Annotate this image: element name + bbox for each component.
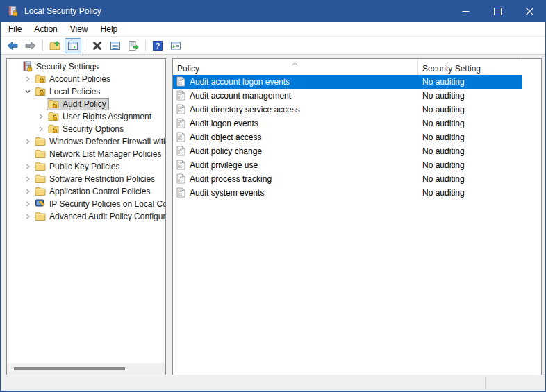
tree-item-security-settings[interactable]: Security Settings [7, 60, 165, 73]
policy-document-icon: 1001 [176, 160, 185, 170]
policy-name: Audit policy change [190, 146, 262, 156]
svg-text:01: 01 [178, 151, 182, 155]
policy-document-icon: 1001 [176, 76, 185, 87]
folder-icon [35, 211, 46, 222]
expander-expanded-icon[interactable] [22, 86, 33, 97]
tree-horizontal-scrollbar[interactable] [7, 363, 165, 375]
folder-lock-icon [35, 74, 46, 85]
policy-document-icon: 1001 [176, 104, 185, 114]
expander-collapsed-icon[interactable] [35, 123, 47, 135]
tree-item-local-policies[interactable]: Local Policies [7, 85, 165, 98]
expander-collapsed-icon[interactable] [22, 136, 33, 147]
policy-document-icon: 1001 [176, 118, 185, 128]
policy-row-audit-account-logon-events[interactable]: 1001Audit account logon eventsNo auditin… [173, 75, 522, 89]
tree-item-windows-defender-firewall-with-adva[interactable]: Windows Defender Firewall with Adva [7, 135, 165, 148]
menu-help[interactable]: Help [94, 23, 124, 35]
security-setting-value: No auditing [422, 91, 465, 101]
tree-item-user-rights-assignment[interactable]: User Rights Assignment [7, 110, 165, 123]
policy-row-audit-policy-change[interactable]: 1001Audit policy changeNo auditing [173, 144, 522, 158]
policy-name: Audit privilege use [190, 160, 258, 170]
sort-ascending-icon [291, 59, 299, 69]
expander-collapsed-icon[interactable] [22, 74, 33, 85]
help-icon[interactable]: ? [149, 38, 166, 53]
local-security-policy-window: Local Security Policy FileActionViewHelp [0, 0, 546, 392]
policy-document-icon: 1001 [176, 90, 185, 101]
svg-text:01: 01 [178, 82, 182, 85]
security-setting-value: No auditing [422, 174, 465, 184]
tree-item-ip-security-policies-on-local-compute[interactable]: IP Security Policies on Local Compute [7, 198, 165, 210]
policy-row-audit-process-tracking[interactable]: 1001Audit process trackingNo auditing [173, 172, 522, 186]
expander-spacer [9, 61, 20, 72]
tree-item-label: Security Options [63, 124, 124, 134]
tree-item-network-list-manager-policies[interactable]: Network List Manager Policies [7, 148, 165, 160]
policy-name: Audit system events [190, 188, 264, 198]
svg-text:01: 01 [178, 179, 182, 182]
maximize-button[interactable] [481, 0, 513, 22]
expander-collapsed-icon[interactable] [35, 111, 47, 122]
security-setting-value: No auditing [422, 188, 465, 198]
statusbar-divider [485, 378, 486, 389]
tree-item-advanced-audit-policy-configuration[interactable]: Advanced Audit Policy Configuration [7, 210, 165, 223]
expander-collapsed-icon[interactable] [22, 211, 33, 222]
folder-lock-icon [48, 99, 59, 110]
menu-view[interactable]: View [64, 23, 94, 35]
expander-collapsed-icon[interactable] [22, 173, 33, 185]
tree-item-label: Windows Defender Firewall with Adva [49, 137, 165, 146]
menu-file[interactable]: File [2, 23, 28, 35]
policy-row-audit-directory-service-access[interactable]: 1001Audit directory service accessNo aud… [173, 103, 522, 117]
security-setting-value: No auditing [422, 146, 465, 156]
forward-icon[interactable] [22, 38, 39, 53]
menu-action[interactable]: Action [28, 23, 63, 35]
statusbar [1, 376, 545, 391]
tree-item-audit-policy[interactable]: Audit Policy [7, 98, 165, 110]
tree-item-label: Account Policies [49, 74, 110, 84]
tree-item-label: Local Policies [49, 87, 100, 96]
policy-row-audit-logon-events[interactable]: 1001Audit logon eventsNo auditing [173, 117, 522, 130]
minimize-button[interactable] [449, 0, 481, 22]
window-controls [449, 0, 545, 22]
tree-item-label: Advanced Audit Policy Configuration [49, 212, 165, 221]
expander-collapsed-icon[interactable] [22, 198, 33, 210]
tree-item-security-options[interactable]: Security Options [7, 123, 165, 135]
policy-row-audit-privilege-use[interactable]: 1001Audit privilege useNo auditing [173, 158, 522, 172]
svg-text:?: ? [156, 42, 160, 49]
titlebar: Local Security Policy [1, 0, 545, 22]
close-button[interactable] [513, 0, 545, 22]
security-setting-value: No auditing [422, 105, 465, 114]
tree-item-label: User Rights Assignment [63, 112, 151, 121]
policy-name: Audit directory service access [190, 105, 300, 114]
column-header-policy[interactable]: Policy [173, 59, 418, 75]
policy-list-pane: Policy Security Setting 1001Audit accoun… [172, 58, 542, 375]
tree-item-label: Audit Policy [63, 99, 106, 109]
expander-collapsed-icon[interactable] [22, 186, 33, 197]
up-one-level-icon[interactable] [47, 38, 63, 53]
delete-icon[interactable] [89, 38, 106, 53]
menubar: FileActionViewHelp [1, 22, 545, 37]
scrollbar-thumb[interactable] [14, 367, 125, 370]
tree-item-label: Software Restriction Policies [49, 174, 155, 184]
properties-icon[interactable] [107, 38, 124, 53]
tree-item-label: Application Control Policies [49, 187, 150, 196]
tree-item-software-restriction-policies[interactable]: Software Restriction Policies [7, 173, 165, 185]
column-header-security-setting[interactable]: Security Setting [418, 59, 522, 75]
security-setting-value: No auditing [422, 119, 465, 128]
tree-item-application-control-policies[interactable]: Application Control Policies [7, 185, 165, 198]
policy-row-audit-system-events[interactable]: 1001Audit system eventsNo auditing [173, 186, 522, 200]
new-window-icon[interactable] [167, 38, 184, 53]
policy-row-audit-account-management[interactable]: 1001Audit account managementNo auditing [173, 89, 522, 103]
policy-document-icon: 1001 [176, 173, 185, 184]
back-icon[interactable] [4, 38, 21, 53]
svg-text:01: 01 [178, 123, 182, 127]
tree-item-public-key-policies[interactable]: Public Key Policies [7, 160, 165, 173]
toolbar: ? [1, 37, 545, 55]
expander-spacer [22, 148, 33, 160]
security-setting-value: No auditing [422, 77, 465, 87]
expander-collapsed-icon[interactable] [22, 161, 33, 172]
folder-icon [35, 136, 46, 147]
folder-icon [35, 161, 46, 172]
tree-item-account-policies[interactable]: Account Policies [7, 73, 165, 85]
policy-row-audit-object-access[interactable]: 1001Audit object accessNo auditing [173, 130, 522, 144]
export-list-icon[interactable] [125, 38, 142, 53]
show-hide-console-tree-icon[interactable] [65, 38, 81, 53]
tree-item-label: IP Security Policies on Local Compute [49, 199, 165, 209]
